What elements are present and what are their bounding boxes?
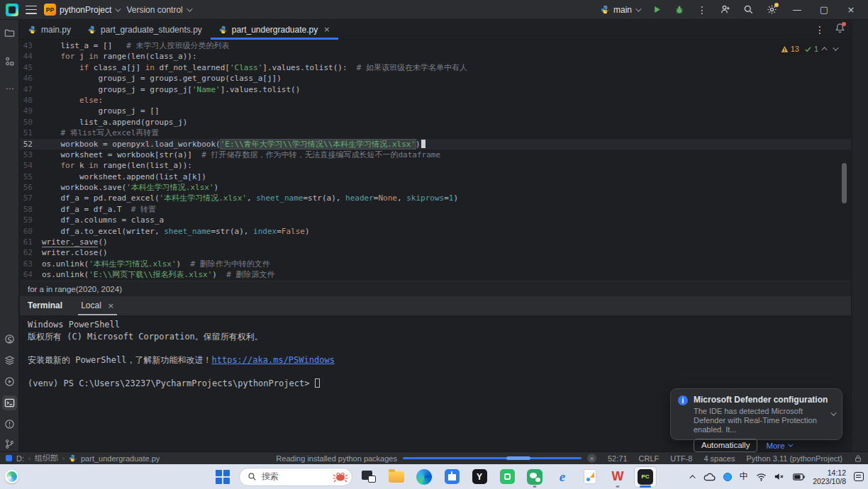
code-line-48[interactable]: 48 else: <box>20 95 851 106</box>
code-line-63[interactable]: 63os.unlink('本科生学习情况.xlsx') # 删除作为中转的文件 <box>20 259 851 269</box>
app-store-icon[interactable] <box>496 466 518 488</box>
right-tool-stripe <box>851 20 868 451</box>
caret-position[interactable]: 52:71 <box>608 454 628 463</box>
terminal-line: 版权所有 (C) Microsoft Corporation。保留所有权利。 <box>28 331 851 343</box>
editor-scrollbar[interactable] <box>842 163 847 203</box>
python-console-icon[interactable] <box>2 332 17 347</box>
code-with-me-icon[interactable] <box>720 4 730 15</box>
code-line-45[interactable]: 45 if class_a[j] in df_not_learned['Clas… <box>20 62 851 73</box>
debug-bug-icon[interactable] <box>674 5 684 15</box>
code-line-53[interactable]: 53 worksheet = workbook[str(a)] # 打开储存数据… <box>20 150 851 160</box>
code-line-60[interactable]: 60 df_a.to_excel(writer, sheet_name=str(… <box>20 226 851 237</box>
code-line-44[interactable]: 44 for j in range(len(class_a)): <box>20 51 851 62</box>
terminal-link[interactable]: https://aka.ms/PSWindows <box>211 355 334 365</box>
code-line-47[interactable]: 47 groups_j = groups_j['Name'].values.to… <box>20 84 851 95</box>
indent-size[interactable]: 4 spaces <box>703 454 735 463</box>
line-number: 48 <box>20 95 42 106</box>
wechat-icon[interactable] <box>523 466 546 488</box>
code-line-51[interactable]: 51 # 将list写入excel再转置 <box>20 128 851 138</box>
notifications-bell-icon[interactable] <box>835 23 845 36</box>
taskbar-clock[interactable]: 14:12 2023/10/8 <box>813 468 846 485</box>
toolbar-more-icon[interactable]: ⋮ <box>697 4 707 16</box>
inspections-widget[interactable]: 13 1 <box>778 43 840 55</box>
readonly-lock-icon[interactable] <box>854 454 862 463</box>
structure-icon[interactable] <box>2 54 17 69</box>
code-line-46[interactable]: 46 groups_j = groups.get_group(class_a[j… <box>20 73 851 84</box>
version-control-menu[interactable]: Version control <box>126 5 190 15</box>
task-view-button[interactable] <box>357 466 380 488</box>
minimize-button[interactable]: — <box>790 4 804 15</box>
problems-tool-icon[interactable] <box>2 417 17 432</box>
document-app-icon[interactable] <box>579 466 601 488</box>
ie-browser-icon[interactable]: e <box>551 466 574 488</box>
next-problem-icon[interactable] <box>833 45 838 50</box>
tab-close-icon[interactable]: × <box>323 25 330 34</box>
prev-problem-icon[interactable] <box>821 47 827 52</box>
terminal-local-tab[interactable]: Local × <box>81 300 114 315</box>
code-line-57[interactable]: 57 df_a = pd.read_excel('本科生学习情况.xlsx', … <box>20 193 851 203</box>
warnings-indicator[interactable]: 13 <box>781 45 799 53</box>
automatically-button[interactable]: Automatically <box>694 439 757 452</box>
services-icon[interactable] <box>2 353 17 368</box>
version-control-tool-icon[interactable] <box>2 437 17 451</box>
code-line-61[interactable]: 61writer._save() <box>20 237 851 247</box>
code-line-56[interactable]: 56 workbook.save('本科生学习情况.xlsx') <box>20 182 851 193</box>
wifi-icon[interactable] <box>756 473 767 481</box>
battery-icon[interactable] <box>793 473 805 480</box>
file-encoding[interactable]: UTF-8 <box>670 454 692 463</box>
edge-browser-icon[interactable] <box>413 466 435 488</box>
settings-gear-icon[interactable] <box>767 4 777 15</box>
line-number: 60 <box>20 226 42 237</box>
maximize-button[interactable]: ▢ <box>817 4 831 15</box>
terminal-tool-icon[interactable] <box>2 395 17 410</box>
code-line-62[interactable]: 62writer.close() <box>20 247 851 258</box>
tray-expand-icon[interactable] <box>691 475 696 479</box>
tray-app-icon[interactable] <box>723 473 732 481</box>
code-line-58[interactable]: 58 df_a = df_a.T # 转置 <box>20 204 851 215</box>
run-button[interactable] <box>652 5 662 14</box>
line-separator[interactable]: CRLF <box>639 454 660 463</box>
run-tool-icon[interactable] <box>2 374 17 389</box>
progress-cancel-icon[interactable]: × <box>587 454 596 463</box>
terminal-title[interactable]: Terminal <box>28 300 62 315</box>
project-selector[interactable]: PP pythonProject <box>44 4 119 16</box>
code-line-64[interactable]: 64os.unlink('E:\\网页下载\\报名列表.xlsx') # 删除源… <box>20 269 851 280</box>
main-menu-icon[interactable] <box>26 6 37 14</box>
interpreter-selector[interactable]: Python 3.11 (pythonProject) <box>746 454 842 463</box>
status-bar: D: › 组织部 › part_undergraduate.py Reading… <box>0 451 868 464</box>
more-button[interactable]: More <box>766 442 791 450</box>
tab-bar-more-icon[interactable]: ⋮ <box>815 24 825 35</box>
pycharm-taskbar-icon[interactable]: PC <box>634 466 657 488</box>
volume-muted-icon[interactable] <box>774 472 785 481</box>
lenovo-app-icon[interactable]: Y <box>468 466 491 488</box>
ime-indicator[interactable]: 中 <box>740 471 749 483</box>
taskbar-search-box[interactable]: 搜索 <box>239 468 352 486</box>
code-line-59[interactable]: 59 df_a.columns = class_a <box>20 215 851 225</box>
notification-center-icon[interactable] <box>854 472 864 481</box>
terminal-tab-close-icon[interactable]: × <box>108 301 114 310</box>
tab-part-graduate-students-py[interactable]: part_graduate_students.py <box>79 20 211 39</box>
passed-indicator[interactable]: 1 <box>804 45 818 53</box>
tab-part-undergraduate-py[interactable]: part_undergraduate.py × <box>211 20 339 39</box>
stripe-more-icon[interactable]: ⋯ <box>2 81 17 96</box>
file-explorer-icon[interactable] <box>385 466 408 488</box>
project-folder-icon[interactable] <box>2 26 17 40</box>
code-line-50[interactable]: 50 list_a.append(groups_j) <box>20 117 851 128</box>
wps-office-icon[interactable]: W <box>606 466 629 488</box>
start-button[interactable] <box>211 466 234 488</box>
code-line-54[interactable]: 54 for k in range(len(list_a)): <box>20 160 851 171</box>
run-config-selector[interactable]: main <box>601 5 640 15</box>
onedrive-cloud-icon[interactable] <box>703 473 716 481</box>
tab-main-py[interactable]: main.py <box>20 20 79 39</box>
code-line-55[interactable]: 55 worksheet.append(list_a[k]) <box>20 172 851 182</box>
close-button[interactable]: × <box>844 4 858 15</box>
code-line-49[interactable]: 49 groups_j = [] <box>20 106 851 116</box>
desktop-widget-icon[interactable] <box>5 470 18 483</box>
context-line-bar[interactable]: for a in range(2020, 2024) <box>20 281 851 296</box>
search-everywhere-icon[interactable] <box>743 4 754 15</box>
code-line-43[interactable]: 43 list_a = [] # 未学习人按班级分类的列表 <box>20 40 851 51</box>
statusbar-breadcrumb[interactable]: D: › 组织部 › part_undergraduate.py <box>6 453 160 463</box>
code-editor[interactable]: 43 list_a = [] # 未学习人按班级分类的列表44 for j in… <box>20 40 851 281</box>
code-line-52[interactable]: 52 workbook = openpyxl.load_workbook('E:… <box>20 139 851 150</box>
microsoft-store-icon[interactable] <box>440 466 463 488</box>
